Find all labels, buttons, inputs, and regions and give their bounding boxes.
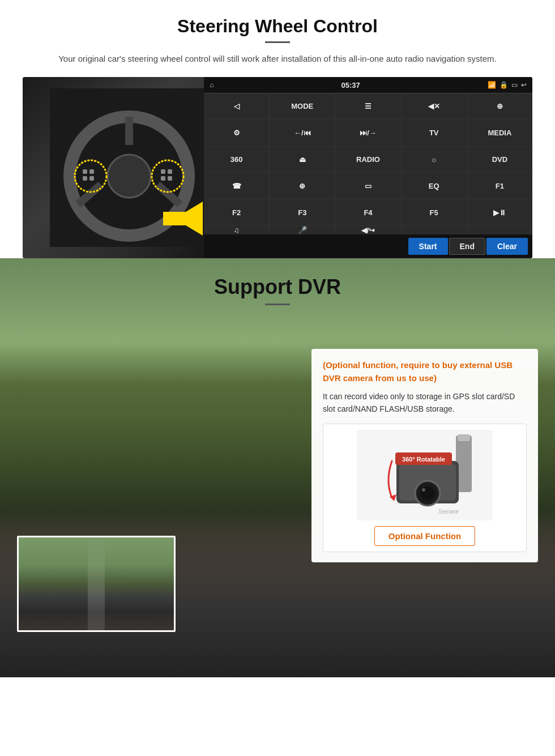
steering-divider (265, 41, 290, 43)
aspect-icon: ▭ (365, 182, 372, 190)
hu-btn-apps[interactable]: ⊕ (467, 93, 532, 119)
phone-icon: ☎ (232, 182, 241, 190)
media-label: MEDIA (488, 129, 511, 137)
playpause-icon: ▶⏸ (493, 208, 506, 217)
svg-point-5 (108, 155, 151, 198)
eq-label: EQ (429, 182, 439, 190)
wifi-icon: 📶 (488, 81, 496, 89)
hu-btn-mute[interactable]: ◀✕ (402, 93, 467, 119)
hu-btn-brightness[interactable]: ☼ (402, 147, 467, 173)
hu-btn-settings[interactable]: ⚙ (204, 120, 269, 146)
hu-btn-radio[interactable]: RADIO (335, 147, 400, 173)
back-icon: ↩ (521, 81, 527, 89)
volmute-icon: ◀/↪ (361, 226, 375, 234)
hu-btn-mode[interactable]: MODE (270, 93, 335, 119)
home-icon: ⌂ (210, 81, 214, 89)
f1-label: F1 (496, 182, 504, 190)
hu-btn-navigate[interactable]: ◁ (204, 93, 269, 119)
dvr-background: Support DVR (Optional function, require … (0, 258, 555, 677)
hu-btn-eject[interactable]: ⏏ (270, 147, 335, 173)
svg-rect-15 (168, 176, 172, 181)
svg-rect-17 (163, 212, 203, 225)
navigate-label: ◁ (234, 102, 240, 110)
mute-icon: ◀✕ (428, 102, 440, 110)
f3-label: F3 (298, 208, 306, 217)
svg-rect-20 (458, 434, 470, 441)
dvr-inset-screenshot (17, 536, 176, 632)
dvr-inset-road (19, 537, 174, 630)
internet-icon: ⊕ (299, 182, 305, 190)
dvr-title: Support DVR (0, 275, 555, 299)
hu-btn-aspect[interactable]: ▭ (335, 173, 400, 199)
hu-empty-2 (467, 226, 532, 234)
head-unit-panel: ⌂ 05:37 📶 🔒 ▭ ↩ ◁ MODE ☰ ◀✕ ⊕ ⚙ (204, 77, 532, 258)
dvr-description: It can record video only to storage in G… (323, 390, 527, 416)
svg-rect-9 (89, 169, 94, 174)
dvr-camera-inner: 360° Rotatable Seicane (329, 430, 520, 520)
hu-empty-1 (402, 226, 467, 234)
brightness-icon: ☼ (430, 155, 437, 164)
f4-label: F4 (364, 208, 372, 217)
hu-btn-internet[interactable]: ⊕ (270, 173, 335, 199)
mic-icon: 🎤 (298, 226, 307, 234)
hu-btn-f2[interactable]: F2 (204, 199, 269, 225)
start-button[interactable]: Start (408, 238, 448, 255)
mode-label: MODE (291, 102, 313, 110)
hu-bottom-bar: Start End Clear (204, 234, 532, 258)
hu-btn-prev[interactable]: ←/⏮ (270, 120, 335, 146)
hu-btn-cam360[interactable]: 360 (204, 147, 269, 173)
svg-text:360° Rotatable: 360° Rotatable (402, 456, 445, 463)
svg-rect-8 (83, 169, 87, 174)
f2-label: F2 (232, 208, 241, 217)
hu-btn-mic[interactable]: 🎤 (270, 226, 335, 234)
hu-btn-dvd[interactable]: DVD (467, 147, 532, 173)
dvr-title-block: Support DVR (0, 275, 555, 305)
hu-btn-eq[interactable]: EQ (402, 173, 467, 199)
dvd-label: DVD (492, 155, 507, 164)
optional-function-label: Optional Function (374, 526, 475, 546)
dvr-optional-note: (Optional function, require to buy exter… (323, 359, 527, 385)
svg-rect-14 (161, 176, 165, 181)
hu-btn-tv[interactable]: TV (402, 120, 467, 146)
dvr-camera-box: 360° Rotatable Seicane Optional Function (323, 424, 527, 552)
steering-description: Your original car's steering wheel contr… (45, 52, 510, 66)
dvr-camera-svg: 360° Rotatable Seicane (357, 430, 493, 520)
next-icon: ⏭/→ (360, 129, 377, 137)
svg-rect-12 (161, 169, 165, 174)
lock-icon: 🔒 (500, 81, 508, 89)
steering-wheel-svg (50, 88, 208, 247)
svg-point-26 (422, 488, 425, 492)
hu-btn-f4[interactable]: F4 (335, 199, 400, 225)
hu-statusbar: ⌂ 05:37 📶 🔒 ▭ ↩ (204, 77, 532, 93)
apps-icon: ⊕ (497, 102, 503, 110)
hu-btn-f5[interactable]: F5 (402, 199, 467, 225)
hu-statusbar-right: 📶 🔒 ▭ ↩ (488, 81, 527, 89)
window-icon: ▭ (511, 81, 518, 89)
radio-label: RADIO (356, 155, 380, 164)
hu-btn-f1[interactable]: F1 (467, 173, 532, 199)
hu-btn-phone[interactable]: ☎ (204, 173, 269, 199)
end-button[interactable]: End (449, 238, 485, 255)
hu-btn-f3[interactable]: F3 (270, 199, 335, 225)
svg-rect-11 (89, 176, 94, 181)
dvr-info-card: (Optional function, require to buy exter… (311, 349, 538, 562)
menu-icon: ☰ (365, 102, 372, 110)
hu-statusbar-time: 05:37 (341, 81, 360, 89)
clear-button[interactable]: Clear (486, 238, 528, 255)
hu-btn-menu[interactable]: ☰ (335, 93, 400, 119)
f5-label: F5 (430, 208, 438, 217)
hu-btn-music[interactable]: ♫ (204, 226, 269, 234)
music-icon: ♫ (234, 226, 240, 234)
tv-label: TV (429, 129, 439, 137)
hu-button-grid: ◁ MODE ☰ ◀✕ ⊕ ⚙ ←/⏮ ⏭/→ TV MEDIA 360 ⏏ R… (204, 93, 532, 234)
hu-btn-next[interactable]: ⏭/→ (335, 120, 400, 146)
dvr-section: Support DVR (Optional function, require … (0, 258, 555, 677)
settings-icon: ⚙ (233, 129, 240, 137)
hu-btn-playpause[interactable]: ▶⏸ (467, 199, 532, 225)
hu-btn-volmute[interactable]: ◀/↪ (335, 226, 400, 234)
dvr-divider (265, 304, 290, 305)
hu-btn-media[interactable]: MEDIA (467, 120, 532, 146)
hu-statusbar-left: ⌂ (210, 81, 214, 89)
steering-wheel-photo (23, 77, 235, 258)
prev-icon: ←/⏮ (294, 129, 311, 137)
